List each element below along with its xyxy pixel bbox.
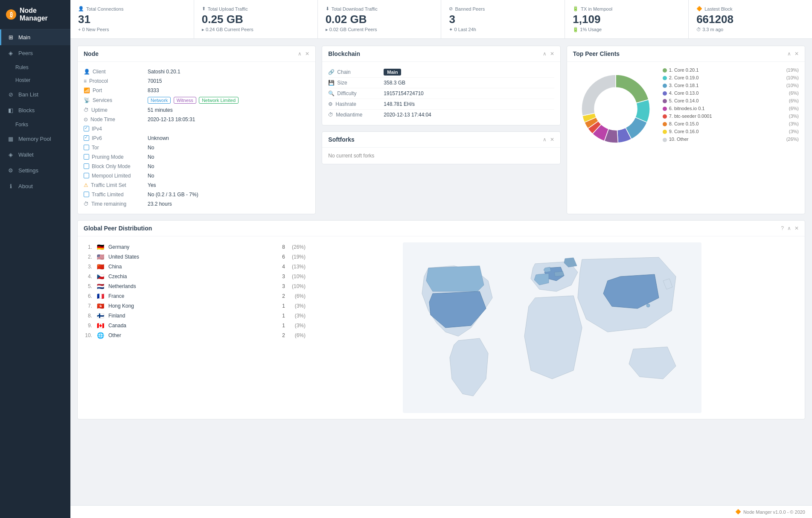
port-icon: 📶 xyxy=(84,87,90,93)
stat-connections-value: 31 xyxy=(78,13,186,26)
world-map-svg xyxy=(403,242,701,413)
footer-icon: 🔶 xyxy=(735,509,741,515)
sidebar-item-memorypool[interactable]: ▦ Memory Pool xyxy=(0,131,70,147)
peer-list-item: 7. btc-seeder 0.0001(3%) xyxy=(663,112,799,120)
stat-mempool-sub: 🔋 1% Usage xyxy=(573,27,681,32)
home-icon: ⊞ xyxy=(7,34,14,41)
sidebar-item-rules[interactable]: Rules xyxy=(0,61,70,74)
sidebar-item-label: Wallet xyxy=(18,151,34,158)
node-row-timeremaining: ⏱ Time remaining 23.2 hours xyxy=(84,199,309,209)
warn-icon: ⚠ xyxy=(84,182,88,188)
peer-list-item: 1. Core 0.20.1(19%) xyxy=(663,66,799,74)
tor-checkbox xyxy=(84,145,89,150)
size-icon: 💾 xyxy=(328,80,335,86)
ipv6-checkbox xyxy=(84,135,89,141)
peer-list-item: 6. bitnodes.io 0.1(6%) xyxy=(663,105,799,112)
peer-clients-title: Top Peer Clients xyxy=(573,50,620,57)
close-icon[interactable]: ✕ xyxy=(795,225,799,231)
close-icon[interactable]: ✕ xyxy=(550,137,554,143)
sidebar-item-main[interactable]: ⊞ Main xyxy=(0,29,70,45)
sidebar-item-blocks[interactable]: ◧ Blocks xyxy=(0,102,70,118)
peer-dist-row: 9. 🇨🇦 Canada 1 (3%) xyxy=(84,321,306,331)
peer-dist-row: 6. 🇫🇷 France 2 (6%) xyxy=(84,291,306,301)
sidebar-item-label: Peers xyxy=(18,50,33,56)
chain-badge: Main xyxy=(384,69,401,76)
peer-dist-row: 7. 🇭🇰 Hong Kong 1 (3%) xyxy=(84,301,306,311)
blockonly-checkbox xyxy=(84,163,89,169)
nodetime-icon: ⊙ xyxy=(84,116,88,122)
ipv4-checkbox xyxy=(84,126,89,131)
mediantime-icon: ⏱ xyxy=(328,112,333,118)
peer-list-item: 10. Other(26%) xyxy=(663,135,799,143)
info-icon: ℹ xyxy=(7,183,14,189)
node-row-port: 📶 Port 8333 xyxy=(84,86,309,95)
sidebar-item-about[interactable]: ℹ About xyxy=(0,178,70,194)
peer-list-item: 2. Core 0.19.0(10%) xyxy=(663,74,799,81)
tag-netlimited: Network Limited xyxy=(199,97,239,104)
help-icon[interactable]: ? xyxy=(781,225,784,231)
sidebar-item-hoster[interactable]: Hoster xyxy=(0,74,70,87)
bc-row-size: 💾 Size 358.3 GB xyxy=(328,78,554,88)
peer-list-item: 9. Core 0.16.0(3%) xyxy=(663,128,799,135)
stat-upload-sub: ▸ 0.24 GB Current Peers xyxy=(202,27,310,32)
peer-list-item: 8. Core 0.15.0(3%) xyxy=(663,120,799,128)
main-area: 👤 Total Connections 31 + 0 New Peers ⬆ T… xyxy=(70,0,812,518)
node-row-ipv6: IPv6 Unknown xyxy=(84,134,309,143)
close-icon[interactable]: ✕ xyxy=(305,51,309,57)
collapse-icon[interactable]: ∧ xyxy=(787,51,791,57)
sidebar-item-settings[interactable]: ⚙ Settings xyxy=(0,163,70,178)
sidebar-item-label: Rules xyxy=(15,64,29,70)
footer: 🔶 Node Manger v1.0.0 - © 2020 xyxy=(70,505,812,518)
svg-point-2 xyxy=(646,304,650,307)
content-area: Node ∧ ✕ 👤 Client Satoshi 0.20.1 ≡ Proto… xyxy=(70,39,812,505)
close-icon[interactable]: ✕ xyxy=(550,51,554,57)
peer-clients-controls: ∧ ✕ xyxy=(787,51,799,57)
node-row-tor: Tor No xyxy=(84,143,309,152)
peer-clients-card: Top Peer Clients ∧ ✕ 1. Core 0.20.1(19%)… xyxy=(567,46,805,214)
node-row-trafficlimitset: ⚠ Traffic Limit Set Yes xyxy=(84,180,309,190)
stat-mempool-label: 🔋 TX in Mempool xyxy=(573,6,681,12)
peer-dist-row: 10. 🌐 Other 2 (6%) xyxy=(84,331,306,340)
close-icon[interactable]: ✕ xyxy=(795,51,799,57)
ban-icon: ⊘ xyxy=(7,91,14,98)
app-title: Node Manager xyxy=(20,7,64,22)
node-row-client: 👤 Client Satoshi 0.20.1 xyxy=(84,67,309,76)
collapse-icon[interactable]: ∧ xyxy=(543,137,547,143)
stat-upload: ⬆ Total Upload Traffic 0.25 GB ▸ 0.24 GB… xyxy=(194,0,318,38)
blockchain-card-controls: ∧ ✕ xyxy=(543,51,554,57)
collapse-icon[interactable]: ∧ xyxy=(787,225,791,231)
sidebar-item-wallet[interactable]: ◈ Wallet xyxy=(0,147,70,163)
stat-banned-sub: ✦ 0 Last 24h xyxy=(449,27,557,32)
peer-distribution-controls: ? ∧ ✕ xyxy=(781,225,799,231)
sidebar-item-forks[interactable]: Forks xyxy=(0,118,70,131)
blockchain-card-title: Blockchain xyxy=(328,50,360,57)
sidebar-item-label: Ban List xyxy=(18,91,38,98)
sidebar-item-banlist[interactable]: ⊘ Ban List xyxy=(0,87,70,102)
sidebar-item-peers[interactable]: ◈ Peers xyxy=(0,45,70,61)
wallet-icon: ◈ xyxy=(7,151,14,158)
stat-mempool: 🔋 TX in Mempool 1,109 🔋 1% Usage xyxy=(565,0,689,38)
softforks-card-header: Softforks ∧ ✕ xyxy=(322,132,560,148)
clock-icon: ⏱ xyxy=(84,201,89,207)
softforks-card: Softforks ∧ ✕ No current soft forks xyxy=(322,131,560,164)
node-card-header: Node ∧ ✕ xyxy=(78,46,315,62)
node-card-title: Node xyxy=(84,50,99,57)
donut-chart xyxy=(573,66,658,151)
stat-connections-sub: + 0 New Peers xyxy=(78,27,186,32)
collapse-icon[interactable]: ∧ xyxy=(298,51,302,57)
node-row-blockonly: Block Only Mode No xyxy=(84,162,309,171)
node-row-mempoollimited: Mempool Limited No xyxy=(84,171,309,180)
stat-upload-label: ⬆ Total Upload Traffic xyxy=(202,6,310,12)
peer-dist-body: 1. 🇩🇪 Germany 8 (26%) 2. 🇺🇸 United State… xyxy=(78,236,805,419)
collapse-icon[interactable]: ∧ xyxy=(543,51,547,57)
bc-row-mediantime: ⏱ Mediantime 2020-12-13 17:44:04 xyxy=(328,110,554,120)
softforks-empty: No current soft forks xyxy=(328,153,374,159)
node-row-trafficlimited: Traffic Limited No (0.2 / 3.1 GB - 7%) xyxy=(84,190,309,199)
ban-icon: ⊘ xyxy=(449,6,453,12)
node-row-nodetime: ⊙ Node Time 2020-12-13 18:05:31 xyxy=(84,115,309,124)
peer-dist-row: 2. 🇺🇸 United States 6 (19%) xyxy=(84,252,306,262)
stat-lastblock-value: 661208 xyxy=(696,13,804,26)
svg-point-0 xyxy=(595,88,636,129)
pruning-checkbox xyxy=(84,154,89,160)
stat-download-sub: ▸ 0.02 GB Current Peers xyxy=(326,27,434,32)
